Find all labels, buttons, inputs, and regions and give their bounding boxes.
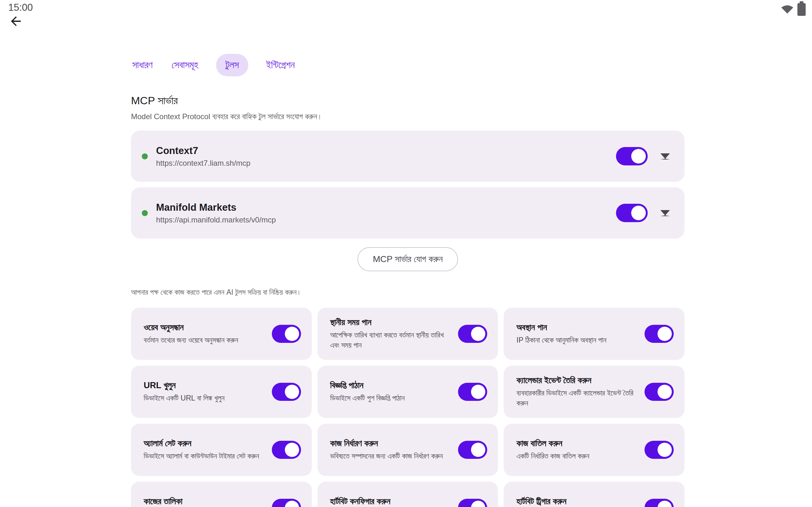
tool-card: URL খুলুন ডিভাইসে একটি URL বা লিঙ্ক খুলু… xyxy=(131,366,312,418)
tab-bar: সাধারণ সেবাসমূহ টুলস ইন্টিগ্রেশন xyxy=(131,53,684,77)
tool-toggle[interactable] xyxy=(645,325,674,343)
add-mcp-server-button[interactable]: MCP সার্ভার যোগ করুন xyxy=(357,247,458,271)
tool-toggle[interactable] xyxy=(645,441,674,459)
tool-card: বিজ্ঞপ্তি পাঠান ডিভাইসে একটি পুশ বিজ্ঞপ্… xyxy=(317,366,498,418)
page-title: MCP সার্ভার xyxy=(131,95,684,107)
battery-icon xyxy=(798,3,806,16)
tool-toggle[interactable] xyxy=(272,441,301,459)
tool-toggle[interactable] xyxy=(458,441,487,459)
tool-card: অবস্থান পান IP ঠিকানা থেকে আনুমানিক অবস্… xyxy=(504,308,684,360)
tool-title: কাজ নির্ধারণ করুন xyxy=(330,439,450,448)
tools-grid: ওয়েব অনুসন্ধান বর্তমান তথ্যের জন্য ওয়ে… xyxy=(131,308,684,507)
tool-toggle[interactable] xyxy=(645,499,674,507)
tool-subtitle: ডিভাইসে একটি পুশ বিজ্ঞপ্তি পাঠান xyxy=(330,393,450,403)
tool-toggle[interactable] xyxy=(645,383,674,401)
tool-card: অ্যালার্ম সেট করুন ডিভাইসে অ্যালার্ম বা … xyxy=(131,424,312,476)
tool-title: স্থানীয় সময় পান xyxy=(330,318,450,327)
server-name: Context7 xyxy=(156,145,250,157)
tool-card: হার্টবিট ট্রিগার করুন ম্যানুয়ালি একটি হ… xyxy=(504,482,684,507)
tool-subtitle: ডিভাইসে একটি URL বা লিঙ্ক খুলুন xyxy=(144,393,264,403)
tool-toggle[interactable] xyxy=(272,325,301,343)
tool-toggle[interactable] xyxy=(272,499,301,507)
tool-title: ওয়েব অনুসন্ধান xyxy=(144,323,264,332)
tools-description: আপনার পক্ষ থেকে কাজ করতে পারে এমন AI টুল… xyxy=(131,288,684,297)
tool-card: হার্টবিট কনফিগার করুন পর্যায়ক্রমিক কাজে… xyxy=(317,482,498,507)
tool-toggle[interactable] xyxy=(458,499,487,507)
status-time: 15:00 xyxy=(8,2,33,13)
tab[interactable]: ইন্টিগ্রেশন xyxy=(265,54,296,76)
wifi-icon xyxy=(781,3,794,15)
tool-card: কাজ নির্ধারণ করুন ভবিষ্যতে সম্পাদনের জন্… xyxy=(317,424,498,476)
tool-toggle[interactable] xyxy=(458,383,487,401)
mcp-server-card: Manifold Markets https://api.manifold.ma… xyxy=(131,187,684,239)
tool-subtitle: বর্তমান তথ্যের জন্য ওয়েবে অনুসন্ধান করু… xyxy=(144,335,264,345)
settings-content: সাধারণ সেবাসমূহ টুলস ইন্টিগ্রেশন MCP সার… xyxy=(131,53,684,507)
tool-title: হার্টবিট কনফিগার করুন xyxy=(330,497,450,506)
tool-title: অবস্থান পান xyxy=(516,323,636,332)
tool-card: ওয়েব অনুসন্ধান বর্তমান তথ্যের জন্য ওয়ে… xyxy=(131,308,312,360)
chevron-down-icon[interactable] xyxy=(660,153,670,159)
tool-subtitle: ব্যবহারকারীর ডিভাইসে একটি ক্যালেন্ডার ইভ… xyxy=(516,388,636,408)
mcp-server-card: Context7 https://context7.liam.sh/mcp xyxy=(131,130,684,182)
tool-title: কাজ বাতিল করুন xyxy=(516,439,636,448)
tab[interactable]: সেবাসমূহ xyxy=(170,54,200,76)
arrow-left-icon xyxy=(9,14,23,30)
tool-toggle[interactable] xyxy=(458,325,487,343)
tool-subtitle: আপেক্ষিক তারিখ ব্যাখ্যা করতে বর্তমান স্থ… xyxy=(330,330,450,350)
tool-card: স্থানীয় সময় পান আপেক্ষিক তারিখ ব্যাখ্য… xyxy=(317,308,498,360)
tool-title: অ্যালার্ম সেট করুন xyxy=(144,439,264,448)
tool-card: ক্যালেন্ডার ইভেন্ট তৈরি করুন ব্যবহারকারী… xyxy=(504,366,684,418)
tool-subtitle: IP ঠিকানা থেকে আনুমানিক অবস্থান পান xyxy=(516,335,636,345)
server-toggle[interactable] xyxy=(616,204,648,222)
tool-title: হার্টবিট ট্রিগার করুন xyxy=(516,497,636,506)
server-name: Manifold Markets xyxy=(156,202,275,213)
server-status-dot xyxy=(142,210,148,216)
tool-card: কাজের তালিকা নির্ধারিত কাজগুলির তালিকা দ… xyxy=(131,482,312,507)
server-url: https://context7.liam.sh/mcp xyxy=(156,159,250,168)
status-icons xyxy=(781,3,806,16)
tool-title: বিজ্ঞপ্তি পাঠান xyxy=(330,381,450,390)
mcp-server-list: Context7 https://context7.liam.sh/mcp Ma… xyxy=(131,130,684,239)
server-status-dot xyxy=(142,153,148,159)
tool-toggle[interactable] xyxy=(272,383,301,401)
server-url: https://api.manifold.markets/v0/mcp xyxy=(156,216,275,224)
tool-title: কাজের তালিকা xyxy=(144,497,264,506)
mcp-description: Model Context Protocol ব্যবহার করে বাহ্য… xyxy=(131,112,684,121)
tool-subtitle: ভবিষ্যতে সম্পাদনের জন্য একটি কাজ নির্ধার… xyxy=(330,451,450,461)
tool-title: URL খুলুন xyxy=(144,381,264,390)
server-toggle[interactable] xyxy=(616,147,648,165)
tool-subtitle: একটি নির্ধারিত কাজ বাতিল করুন xyxy=(516,451,636,461)
tab[interactable]: সাধারণ xyxy=(131,54,154,76)
back-button[interactable] xyxy=(7,13,25,31)
tool-title: ক্যালেন্ডার ইভেন্ট তৈরি করুন xyxy=(516,376,636,385)
tab[interactable]: টুলস xyxy=(216,54,248,76)
chevron-down-icon[interactable] xyxy=(660,210,670,216)
tool-card: কাজ বাতিল করুন একটি নির্ধারিত কাজ বাতিল … xyxy=(504,424,684,476)
tool-subtitle: ডিভাইসে অ্যালার্ম বা কাউন্টডাউন টাইমার স… xyxy=(144,451,264,461)
